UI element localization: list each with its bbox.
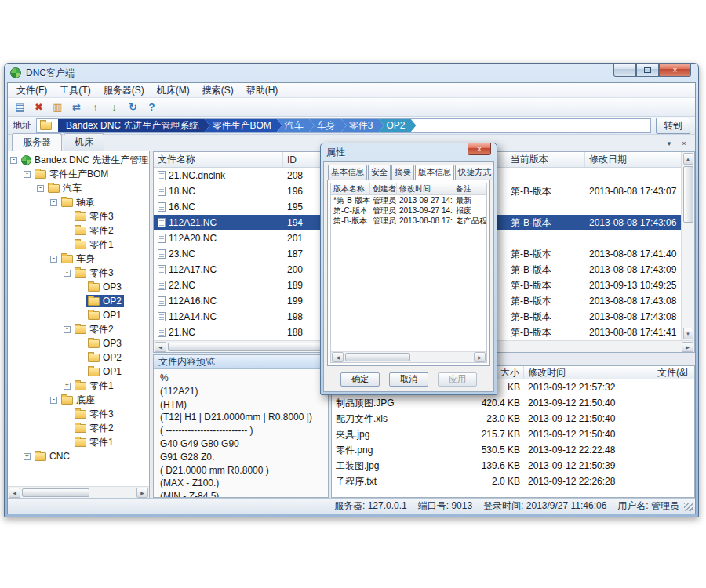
view-tab[interactable]: 机床 <box>64 133 104 151</box>
tree-item[interactable]: OP3 <box>8 336 149 350</box>
breadcrumb-segment[interactable]: 零件生产BOM <box>204 119 282 132</box>
resize-grip[interactable] <box>684 503 693 511</box>
version-column-header[interactable]: 版本名称 <box>331 183 370 194</box>
version-list-horizontal-scrollbar[interactable] <box>331 351 486 362</box>
expand-toggle-icon[interactable] <box>37 185 44 192</box>
tree-item[interactable]: 车身 <box>8 252 149 266</box>
export-file-icon[interactable]: ▥ <box>49 100 66 115</box>
column-header-date[interactable]: 修改日期 <box>585 152 681 167</box>
tree-item[interactable]: 零件1 <box>8 435 149 449</box>
tree-item[interactable]: OP2 <box>8 350 149 365</box>
version-column-header[interactable]: 创建者 <box>370 183 397 194</box>
dialog-close-button[interactable]: × <box>468 143 491 155</box>
tree-item[interactable]: CNC <box>8 449 149 463</box>
dialog-button[interactable]: 应用 <box>438 372 477 387</box>
expand-toggle-icon[interactable] <box>64 270 71 277</box>
menu-item[interactable]: 机床(M) <box>151 83 196 98</box>
expand-toggle-icon[interactable] <box>50 397 57 404</box>
upload-icon[interactable]: ↑ <box>87 100 104 115</box>
breadcrumb-segment[interactable]: OP2 <box>378 119 416 132</box>
go-button[interactable]: 转到 <box>656 118 690 134</box>
attachment-row[interactable]: 工装图.jpg 139.6 KB 2013-09-12 21:50:39 <box>332 458 694 474</box>
attachment-row[interactable]: 夹具.jpg 215.7 KB 2013-09-12 21:50:40 <box>332 426 694 442</box>
new-program-icon[interactable]: ▤ <box>12 100 28 115</box>
tree-item[interactable]: 底座 <box>8 393 149 407</box>
version-column-header[interactable]: 备注 <box>453 183 486 194</box>
expand-toggle-icon[interactable] <box>50 199 57 206</box>
tree-item[interactable]: 轴承 <box>8 195 149 209</box>
transfer-icon[interactable]: ⇄ <box>68 100 85 115</box>
tree-item[interactable]: OP3 <box>8 280 149 294</box>
attachment-row[interactable]: 子程序.txt 2.0 KB 2013-09-12 22:26:28 <box>332 474 694 489</box>
tree-item[interactable]: 零件生产BOM <box>8 167 149 181</box>
expand-toggle-icon[interactable] <box>64 383 71 390</box>
scroll-right-icon[interactable] <box>682 342 693 352</box>
expand-toggle-icon[interactable] <box>24 171 31 178</box>
version-column-header[interactable]: 修改时间 <box>397 183 453 194</box>
scroll-left-icon[interactable] <box>9 488 20 498</box>
dialog-tab[interactable]: 快捷方式 <box>455 165 494 180</box>
scroll-up-icon[interactable] <box>683 153 693 165</box>
breadcrumb-segment[interactable]: Bandex DNC 先进生产管理系统 <box>58 119 209 132</box>
expand-toggle-icon[interactable] <box>24 453 31 460</box>
breadcrumb-segment[interactable]: 汽车 <box>277 119 315 132</box>
dialog-tab[interactable]: 基本信息 <box>328 165 367 180</box>
version-row[interactable]: 第-B-版本 管理员 2013-08-08 17: 老产品程序 <box>331 216 486 226</box>
address-field[interactable]: Bandex DNC 先进生产管理系统零件生产BOM汽车车身零件3OP2 <box>36 118 651 133</box>
download-icon[interactable]: ↓ <box>106 100 122 115</box>
column-header-time[interactable]: 修改时间 <box>524 366 653 379</box>
file-list-vertical-scrollbar[interactable] <box>681 152 694 340</box>
scroll-left-icon[interactable] <box>155 342 166 352</box>
tree-item[interactable]: OP2 <box>8 294 149 308</box>
scroll-right-icon[interactable] <box>474 352 486 362</box>
tree-item[interactable]: 零件2 <box>8 223 149 238</box>
menu-item[interactable]: 服务器(S) <box>97 83 151 98</box>
dialog-button[interactable]: 取消 <box>389 372 428 387</box>
tree-item[interactable]: 零件3 <box>8 209 149 223</box>
tree-item[interactable]: 零件1 <box>8 238 149 252</box>
tree-item[interactable]: 零件3 <box>8 266 149 280</box>
tree-item[interactable]: 零件3 <box>8 407 149 421</box>
view-tab[interactable]: 服务器 <box>12 133 62 151</box>
scroll-thumb[interactable] <box>22 488 89 497</box>
breadcrumb-segment[interactable]: 车身 <box>309 119 347 132</box>
menu-item[interactable]: 帮助(H) <box>240 83 285 98</box>
menu-item[interactable]: 文件(F) <box>10 83 53 98</box>
delete-icon[interactable]: ✖ <box>31 100 47 115</box>
maximize-button[interactable] <box>636 64 659 77</box>
expand-toggle-icon[interactable] <box>64 326 71 333</box>
tree-item[interactable]: OP1 <box>8 365 149 379</box>
tree-item[interactable]: OP1 <box>8 308 149 322</box>
scroll-right-icon[interactable] <box>136 488 148 498</box>
tab-dropdown-icon[interactable]: ▾ <box>664 138 675 149</box>
column-header-extra[interactable]: 文件(&l <box>653 366 694 379</box>
dialog-button[interactable]: 确定 <box>340 372 380 387</box>
scroll-down-icon[interactable] <box>683 328 693 339</box>
scroll-thumb[interactable] <box>345 353 410 361</box>
dialog-tab[interactable]: 安全 <box>368 165 391 180</box>
tab-close-icon[interactable]: × <box>679 138 690 149</box>
tree-item[interactable]: 零件1 <box>8 379 149 393</box>
expand-toggle-icon[interactable] <box>10 157 17 164</box>
expand-toggle-icon[interactable] <box>50 256 57 263</box>
scroll-left-icon[interactable] <box>332 352 344 362</box>
attachment-row[interactable]: 零件.png 530.5 KB 2013-09-12 22:22:48 <box>332 442 694 458</box>
attachment-row[interactable]: 制品顶图.JPG 420.4 KB 2013-09-12 21:50:40 <box>332 395 694 411</box>
column-header-name[interactable]: 文件名称 <box>154 152 283 167</box>
breadcrumb-segment[interactable]: 零件3 <box>341 119 384 132</box>
tree-item[interactable]: 汽车 <box>8 181 149 195</box>
tree-item[interactable]: Bandex DNC 先进生产管理系统 <box>8 153 149 167</box>
tree-item[interactable]: 零件2 <box>8 421 149 435</box>
tree-horizontal-scrollbar[interactable] <box>8 486 149 498</box>
dialog-tab[interactable]: 版本信息 <box>415 165 454 180</box>
menu-item[interactable]: 工具(T) <box>53 83 96 98</box>
attachment-row[interactable]: 配刀文件.xls 23.0 KB 2013-09-12 21:50:40 <box>332 411 694 426</box>
version-row[interactable]: *第-B-版本 管理员 2013-09-27 14: 最新 <box>331 195 486 205</box>
minimize-button[interactable]: – <box>613 64 636 77</box>
help-icon[interactable]: ? <box>144 100 160 115</box>
version-row[interactable]: 第-C-版本 管理员 2013-09-27 14: 报废 <box>331 205 486 216</box>
column-header-version[interactable]: 当前版本 <box>507 152 585 167</box>
refresh-icon[interactable]: ↻ <box>125 100 141 115</box>
scroll-thumb[interactable] <box>683 166 693 223</box>
close-button[interactable]: × <box>659 64 691 77</box>
